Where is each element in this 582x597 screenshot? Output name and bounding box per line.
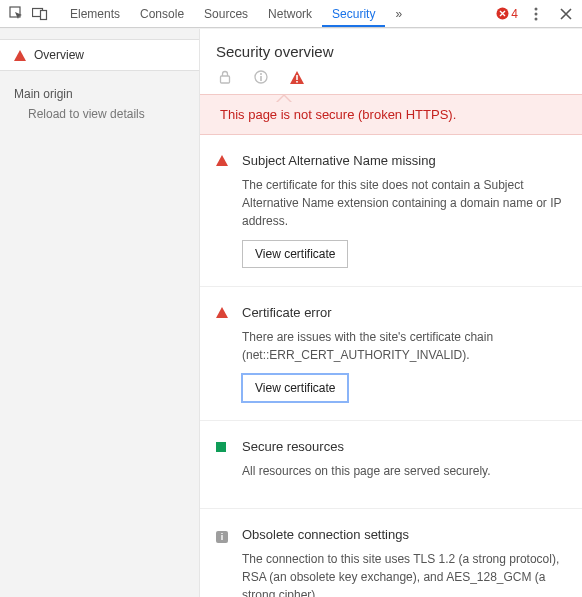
section-title: Obsolete connection settings <box>242 527 566 542</box>
secure-square-icon <box>216 442 226 452</box>
svg-rect-7 <box>221 76 230 83</box>
tab-network[interactable]: Network <box>258 1 322 27</box>
section-san-missing: Subject Alternative Name missing The cer… <box>200 135 582 287</box>
sidebar-item-label: Overview <box>34 48 84 62</box>
tab-sources[interactable]: Sources <box>194 1 258 27</box>
svg-point-5 <box>535 12 538 15</box>
section-title: Subject Alternative Name missing <box>242 153 566 168</box>
svg-point-9 <box>260 73 262 75</box>
error-count: 4 <box>511 7 518 21</box>
section-obsolete: i Obsolete connection settings The conne… <box>200 509 582 597</box>
warning-triangle-icon <box>14 50 26 61</box>
tabs-overflow[interactable]: » <box>385 1 412 27</box>
view-certificate-button[interactable]: View certificate <box>242 374 348 402</box>
svg-point-4 <box>535 7 538 10</box>
insecure-banner: This page is not secure (broken HTTPS). <box>200 94 582 135</box>
section-cert-error: Certificate error There are issues with … <box>200 287 582 421</box>
section-description: The connection to this site uses TLS 1.2… <box>242 550 566 597</box>
svg-rect-12 <box>296 81 298 83</box>
svg-rect-10 <box>260 76 262 81</box>
view-certificate-button[interactable]: View certificate <box>242 240 348 268</box>
svg-point-6 <box>535 17 538 20</box>
info-icon <box>252 70 270 84</box>
warning-triangle-icon <box>216 155 228 166</box>
tab-elements[interactable]: Elements <box>60 1 130 27</box>
tab-console[interactable]: Console <box>130 1 194 27</box>
devtools-toolbar: Elements Console Sources Network Securit… <box>0 0 582 28</box>
kebab-menu-icon[interactable] <box>524 2 548 26</box>
sidebar-item-reload[interactable]: Reload to view details <box>0 103 199 125</box>
lock-icon <box>216 70 234 84</box>
svg-rect-11 <box>296 75 298 80</box>
tabs: Elements Console Sources Network Securit… <box>60 1 496 27</box>
info-square-icon: i <box>216 531 228 543</box>
error-count-badge[interactable]: 4 <box>496 7 518 21</box>
warning-triangle-icon <box>216 307 228 318</box>
section-description: All resources on this page are served se… <box>242 462 566 480</box>
sidebar-heading-main-origin: Main origin <box>0 81 199 103</box>
page-title: Security overview <box>200 29 582 70</box>
section-description: There are issues with the site's certifi… <box>242 328 566 364</box>
sidebar-item-overview[interactable]: Overview <box>0 39 199 71</box>
section-title: Certificate error <box>242 305 566 320</box>
summary-icons <box>200 70 582 94</box>
section-secure-resources: Secure resources All resources on this p… <box>200 421 582 509</box>
section-description: The certificate for this site does not c… <box>242 176 566 230</box>
content: Security overview This page is not secur… <box>200 29 582 597</box>
svg-rect-2 <box>41 10 47 19</box>
inspect-icon[interactable] <box>4 2 28 26</box>
sidebar: Overview Main origin Reload to view deta… <box>0 29 200 597</box>
close-icon[interactable] <box>554 2 578 26</box>
tab-security[interactable]: Security <box>322 1 385 27</box>
device-mode-icon[interactable] <box>28 2 52 26</box>
section-title: Secure resources <box>242 439 566 454</box>
warning-triangle-icon <box>288 71 306 84</box>
